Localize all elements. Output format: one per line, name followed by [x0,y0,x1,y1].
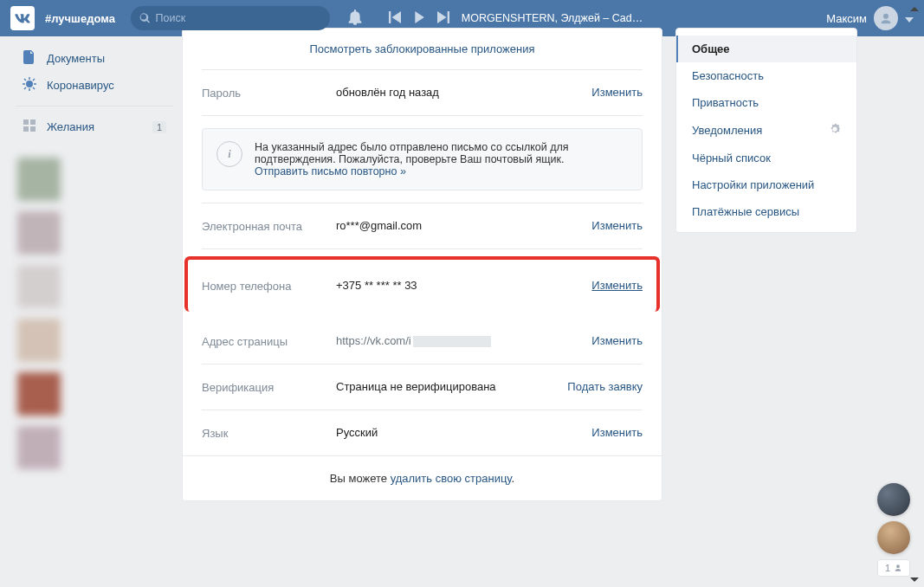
language-value: Русский [336,426,591,439]
password-change-link[interactable]: Изменить [591,86,643,99]
delete-page-row: Вы можете удалить свою страницу. [183,455,662,500]
nav-label-general: Общее [692,42,730,55]
blocked-apps-link[interactable]: Посмотреть заблокированные приложения [310,42,535,55]
vk-logo[interactable] [10,6,35,30]
nav-item-privacy[interactable]: Приватность [676,89,856,116]
player-track[interactable]: MORGENSHTERN, Элджей – Cadill... [462,12,644,24]
info-icon: i [216,141,242,167]
svg-rect-11 [23,126,29,132]
person-icon [894,564,902,572]
svg-line-5 [24,79,26,81]
password-label: Пароль [202,86,336,100]
nav-item-blacklist[interactable]: Чёрный список [676,145,856,171]
sidebar-item-corona[interactable]: Коронавирус [16,72,182,99]
float-avatar-1[interactable] [877,483,910,516]
verification-row: Верификация Страница не верифицирована П… [202,364,643,410]
sidebar-divider [16,106,173,106]
address-row: Адрес страницы https://vk.com/i Изменить [202,319,643,364]
sidebar-recommendations [16,152,171,474]
email-confirm-notice: i На указанный адрес было отправлено пис… [202,128,643,190]
delete-page-link[interactable]: удалить свою страницу [391,472,512,485]
address-change-link[interactable]: Изменить [591,334,643,347]
info-text: На указанный адрес было отправлено письм… [255,141,569,165]
left-sidebar: Документы Коронавирус Желания 1 [0,36,182,501]
user-menu[interactable]: Максим [826,6,914,30]
language-label: Язык [202,426,336,440]
settings-nav-column: Общее Безопасность Приватность Уведомлен… [675,28,857,501]
address-value: https://vk.com/i [336,334,591,347]
notifications-icon[interactable] [347,10,363,28]
svg-point-0 [26,81,33,87]
sidebar-label-documents: Документы [47,52,105,65]
svg-line-8 [33,79,35,81]
verification-apply-link[interactable]: Подать заявку [567,380,643,393]
header-username: Максим [826,12,867,25]
phone-label: Номер телефона [202,279,336,293]
resend-email-link[interactable]: Отправить письмо повторно » [255,165,406,177]
float-people-count[interactable]: 1 [877,559,910,577]
scroll-down-icon[interactable] [910,573,921,584]
settings-nav: Общее Безопасность Приватность Уведомлен… [675,28,857,233]
nav-label-notifications: Уведомления [692,124,762,137]
nav-label-apps: Настройки приложений [692,178,814,191]
email-change-link[interactable]: Изменить [591,219,643,232]
header-hashtag[interactable]: #лучшедома [45,12,115,25]
email-label: Электронная почта [202,219,336,233]
float-avatar-2[interactable] [877,521,910,554]
avatar [874,6,898,30]
svg-line-7 [24,87,26,89]
scroll-up-icon[interactable] [910,3,921,14]
sidebar-item-wishes[interactable]: Желания 1 [16,113,182,140]
address-label: Адрес страницы [202,334,336,348]
grid-icon [21,119,38,135]
address-url-masked [413,336,491,347]
verification-value: Страница не верифицирована [336,380,567,393]
verification-label: Верификация [202,380,336,394]
password-value: обновлён год назад [336,86,591,99]
virus-icon [21,77,38,94]
player-prev-icon[interactable] [389,11,401,26]
nav-label-blacklist: Чёрный список [692,152,771,164]
settings-panel: Посмотреть заблокированные приложения Па… [182,28,662,501]
svg-rect-10 [30,119,36,125]
search-box[interactable] [131,6,330,30]
gear-icon[interactable] [829,123,841,138]
delete-prefix: Вы можете [330,472,391,485]
search-input[interactable] [156,12,321,24]
sidebar-label-wishes: Желания [47,120,94,133]
address-url-prefix: https://vk.com/i [336,334,411,347]
nav-item-general[interactable]: Общее [676,35,856,62]
nav-item-payments[interactable]: Платёжные сервисы [676,198,856,225]
email-value: ro***@gmail.com [336,219,591,232]
svg-rect-12 [30,126,36,132]
float-count-value: 1 [885,563,890,573]
player-play-icon[interactable] [413,11,425,26]
phone-value: +375 ** *** ** 33 [336,279,591,292]
nav-item-security[interactable]: Безопасность [676,62,856,89]
phone-row: Номер телефона +375 ** *** ** 33 Изменит… [184,256,660,312]
delete-suffix: . [512,472,515,485]
password-row: Пароль обновлён год назад Изменить [202,70,643,116]
wishes-badge: 1 [152,121,166,133]
page-body: Документы Коронавирус Желания 1 Посмотре… [0,36,924,501]
document-icon [21,50,38,67]
nav-label-payments: Платёжные сервисы [692,205,799,218]
sidebar-item-documents[interactable]: Документы [16,45,182,72]
svg-rect-9 [23,119,29,125]
language-row: Язык Русский Изменить [202,410,643,455]
language-change-link[interactable]: Изменить [591,426,643,439]
nav-item-notifications[interactable]: Уведомления [676,116,856,145]
floating-widgets: 1 [877,483,910,577]
nav-label-privacy: Приватность [692,96,759,109]
phone-change-link[interactable]: Изменить [591,279,643,292]
email-row: Электронная почта ro***@gmail.com Измени… [202,203,643,249]
blocked-apps-row: Посмотреть заблокированные приложения [202,29,643,70]
nav-label-security: Безопасность [692,69,764,82]
search-icon [139,12,151,24]
sidebar-label-corona: Коронавирус [47,79,114,92]
svg-line-6 [33,87,35,89]
player-next-icon[interactable] [437,11,449,26]
player-controls [389,11,449,26]
nav-item-apps[interactable]: Настройки приложений [676,171,856,198]
